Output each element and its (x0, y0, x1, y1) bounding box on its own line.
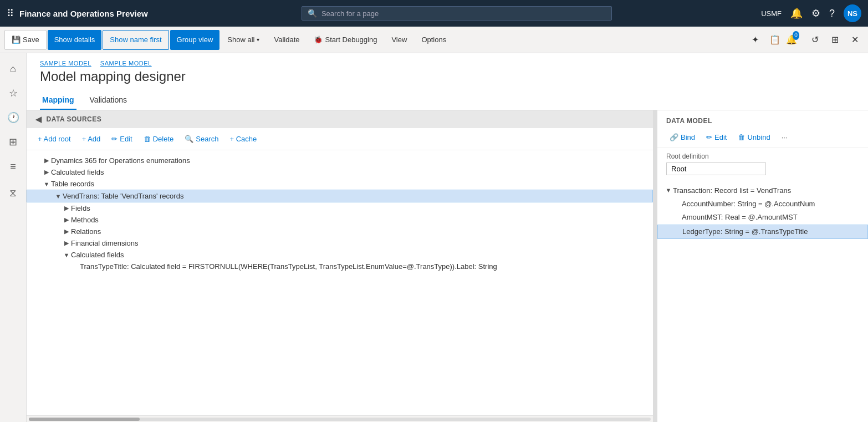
unbind-button[interactable]: 🗑 Unbind (734, 131, 773, 143)
save-icon: 💾 (12, 35, 21, 44)
dm-item-amount-mst[interactable]: AmountMST: Real = @.AmountMST (657, 211, 868, 224)
link-icon: 🔗 (670, 133, 678, 141)
tree-item-trans-type-title[interactable]: TransTypeTitle: Calculated field = FIRST… (27, 261, 653, 272)
search-placeholder: Search for a page (321, 9, 379, 18)
trash-icon: 🗑 (144, 135, 151, 143)
filter-icon[interactable]: ⧖ (2, 182, 24, 204)
expand-icon: ▶ (62, 228, 71, 235)
personalize-icon[interactable]: ✦ (746, 31, 764, 49)
user-label: USMF (761, 9, 782, 18)
edit-icon: ✏ (111, 135, 118, 143)
edit-dm-button[interactable]: ✏ Edit (703, 131, 730, 143)
grid-icon[interactable]: ⠿ (7, 7, 14, 19)
settings-icon[interactable]: ⚙ (811, 7, 820, 19)
bell-icon[interactable]: 🔔 (790, 7, 803, 19)
data-model-tree: ▼ Transaction: Record list = VendTrans A… (657, 180, 868, 422)
ds-toolbar: + Add root + Add ✏ Edit 🗑 Delete 🔍 Searc… (27, 128, 653, 150)
left-sidebar: ⌂ ☆ 🕐 ⊞ ≡ ⧖ (0, 53, 27, 422)
show-all-button[interactable]: Show all ▾ (221, 30, 266, 50)
tree-item-calc-fields-nested[interactable]: ▼ Calculated fields (27, 249, 653, 261)
main-layout: ⌂ ☆ 🕐 ⊞ ≡ ⧖ SAMPLE MODEL SAMPLE MODEL Mo… (0, 53, 868, 422)
breadcrumb: SAMPLE MODEL SAMPLE MODEL (27, 53, 868, 67)
top-bar: ⠿ Finance and Operations Preview 🔍 Searc… (0, 0, 868, 27)
tab-mapping[interactable]: Mapping (40, 91, 76, 110)
search-icon: 🔍 (308, 9, 317, 18)
root-definition: Root definition Root (657, 148, 868, 180)
search-ds-icon: 🔍 (185, 135, 193, 143)
expand-icon: ▼ (42, 181, 51, 187)
show-details-button[interactable]: Show details (48, 30, 102, 50)
app-title: Finance and Operations Preview (19, 9, 148, 18)
tree-item-financial-dimensions[interactable]: ▶ Financial dimensions (27, 237, 653, 249)
chevron-down-icon: ▾ (257, 37, 259, 43)
expand-icon: ▶ (62, 240, 71, 247)
notifications-icon[interactable]: 🔔 0 (786, 31, 804, 49)
data-model-panel: DATA MODEL 🔗 Bind ✏ Edit 🗑 Unbind ··· (657, 110, 868, 422)
tree-item-methods[interactable]: ▶ Methods (27, 214, 653, 226)
data-model-header: DATA MODEL (657, 110, 868, 129)
dm-item-transaction[interactable]: ▼ Transaction: Record list = VendTrans (657, 184, 868, 197)
save-button[interactable]: 💾 Save (4, 30, 47, 50)
more-button[interactable]: ··· (778, 131, 791, 143)
collapse-button[interactable]: ◀ (35, 115, 42, 124)
dm-item-account-number[interactable]: AccountNumber: String = @.AccountNum (657, 197, 868, 211)
delete-button[interactable]: 🗑 Delete (139, 133, 178, 145)
show-name-first-button[interactable]: Show name first (103, 30, 169, 50)
root-def-value: Root (666, 162, 766, 175)
expand-icon: ▶ (62, 205, 71, 212)
edit-dm-icon: ✏ (706, 133, 712, 141)
notifications-badge: 0 (793, 31, 799, 40)
sidebar-item-home[interactable]: ⌂ (2, 58, 24, 80)
avatar[interactable]: NS (844, 4, 861, 22)
sidebar-item-favorites[interactable]: ☆ (2, 82, 24, 104)
tab-validations[interactable]: Validations (88, 91, 129, 110)
add-root-button[interactable]: + Add root (33, 133, 75, 145)
bind-button[interactable]: 🔗 Bind (666, 131, 698, 143)
validate-button[interactable]: Validate (267, 30, 306, 50)
options-button[interactable]: Options (415, 30, 453, 50)
sidebar-item-workspaces[interactable]: ⊞ (2, 131, 24, 153)
action-bar: 💾 Save Show details Show name first Grou… (0, 27, 868, 53)
view-button[interactable]: View (385, 30, 413, 50)
dm-toolbar: 🔗 Bind ✏ Edit 🗑 Unbind ··· (657, 129, 868, 148)
search-bar[interactable]: 🔍 Search for a page (302, 6, 612, 21)
trash-dm-icon: 🗑 (738, 133, 745, 141)
data-sources-header: ◀ DATA SOURCES (27, 110, 653, 128)
dm-item-ledger-type[interactable]: LedgerType: String = @.TransTypeTitle (657, 225, 868, 239)
cache-button[interactable]: + Cache (225, 133, 261, 145)
expand-icon: ▼ (62, 252, 71, 258)
expand-icon: ▶ (42, 157, 51, 164)
bug-icon: 🐞 (314, 35, 323, 44)
search-button[interactable]: 🔍 Search (180, 133, 223, 145)
data-sources-tree: ▶ Dynamics 365 for Operations enumeratio… (27, 150, 653, 415)
tree-item-fields[interactable]: ▶ Fields (27, 202, 653, 214)
data-sources-label: DATA SOURCES (47, 115, 102, 123)
open-new-window-icon[interactable]: ⊞ (826, 31, 844, 49)
tree-item-vendtrans[interactable]: ▼ VendTrans: Table 'VendTrans' records (27, 190, 653, 202)
content-area: SAMPLE MODEL SAMPLE MODEL Model mapping … (27, 53, 868, 422)
open-in-new-icon[interactable]: 📋 (766, 31, 784, 49)
tree-item-calc-fields-top[interactable]: ▶ Calculated fields (27, 166, 653, 178)
breadcrumb-item-2[interactable]: SAMPLE MODEL (100, 60, 152, 67)
page-title: Model mapping designer (27, 67, 868, 91)
horizontal-scrollbar[interactable] (27, 415, 653, 422)
tabs: Mapping Validations (27, 91, 868, 110)
start-debugging-button[interactable]: 🐞 Start Debugging (307, 30, 384, 50)
help-icon[interactable]: ? (829, 8, 835, 19)
sidebar-item-recent[interactable]: 🕐 (2, 106, 24, 129)
tree-item-dynamics365[interactable]: ▶ Dynamics 365 for Operations enumeratio… (27, 155, 653, 166)
panel-layout: ◀ DATA SOURCES + Add root + Add ✏ Edit 🗑… (27, 110, 868, 422)
refresh-icon[interactable]: ↺ (806, 31, 824, 49)
tree-item-relations[interactable]: ▶ Relations (27, 226, 653, 237)
sidebar-item-list[interactable]: ≡ (2, 155, 24, 177)
expand-icon: ▼ (54, 193, 63, 200)
data-sources-panel: ◀ DATA SOURCES + Add root + Add ✏ Edit 🗑… (27, 110, 654, 422)
group-view-button[interactable]: Group view (170, 30, 220, 50)
close-icon[interactable]: ✕ (846, 31, 864, 49)
root-def-label: Root definition (666, 152, 859, 160)
tree-item-table-records[interactable]: ▼ Table records (27, 178, 653, 190)
expand-icon: ▶ (62, 216, 71, 223)
breadcrumb-item-1[interactable]: SAMPLE MODEL (40, 60, 91, 67)
add-button[interactable]: + Add (78, 133, 105, 145)
edit-button[interactable]: ✏ Edit (107, 133, 136, 145)
